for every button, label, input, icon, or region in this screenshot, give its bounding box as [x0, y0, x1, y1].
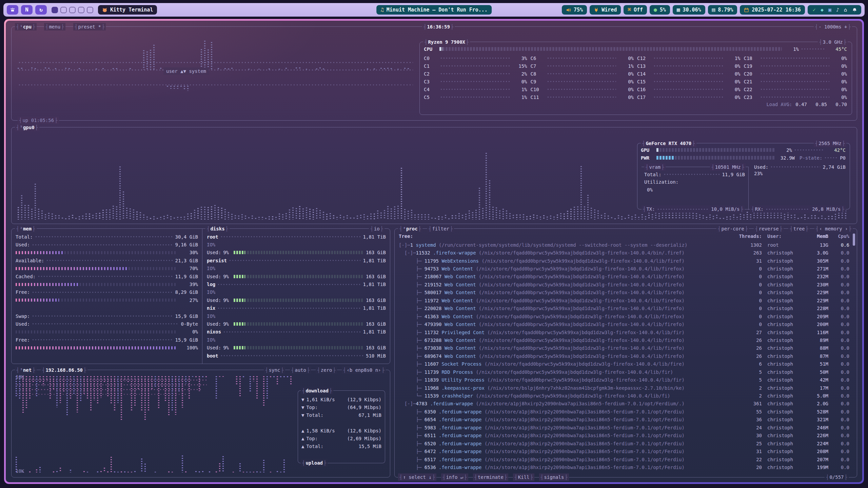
workspace-button[interactable] — [69, 7, 76, 13]
mem-meter — [16, 299, 176, 302]
proc-header-tree[interactable]: Tree: — [399, 233, 733, 239]
net-options-item-3[interactable]: ‹b enp8s0 n› — [342, 366, 386, 374]
proc-header-cpu[interactable]: Cpu% — [828, 233, 849, 239]
volume-module[interactable]: 75% — [562, 5, 587, 15]
process-row[interactable]: ├─ 220028 Web Content (/nix/store/fqadd0… — [399, 305, 849, 312]
process-name: .ferdium-wrappe — [430, 401, 476, 406]
process-row[interactable]: ├─ 218067 Web Content (/nix/store/fqadd0… — [399, 273, 849, 281]
clock-module[interactable]: 2025-07-22 16:36 — [740, 5, 805, 15]
process-row[interactable]: ├─ 41363 Web Content (/nix/store/fqadd0b… — [399, 312, 849, 320]
workspace-button[interactable] — [78, 7, 84, 13]
cpu-core-percent: 0% — [619, 79, 634, 84]
process-row[interactable]: ├─ 6511 .ferdium-wrappe (/nix/store/a1pj… — [399, 432, 849, 440]
process-memory: 232M — [801, 274, 828, 279]
process-tree-prefix: ├─ — [399, 266, 425, 271]
nix-button[interactable]: N — [21, 5, 33, 15]
process-command: ├─ 673038 Web Content (/nix/store/fqadd0… — [399, 345, 733, 351]
process-row[interactable]: ├─ 219152 Web Content (/nix/store/fqadd0… — [399, 281, 849, 288]
tray-icon-2[interactable]: ▣ — [828, 7, 831, 13]
process-row[interactable]: ├─ 11607 Socket Process (/nix/store/fqad… — [399, 360, 849, 368]
process-row[interactable]: [-]─1 systemd (/run/current-system/syste… — [399, 241, 849, 249]
process-name: Web Content — [445, 274, 479, 279]
music-pill[interactable]: ♫ Minuit Machine – Don't Run Fro... — [376, 5, 492, 15]
process-cpu: 0.0 — [828, 425, 849, 430]
process-row[interactable]: ├─ 11968 .keepassxc-prox (/nix/store/bsl… — [399, 384, 849, 392]
process-row[interactable]: ├─ 11795 WebExtensions (/nix/store/fqadd… — [399, 257, 849, 265]
proc-options-item-0[interactable]: per-core — [716, 225, 749, 232]
process-tree-prefix: ├─ — [399, 441, 425, 446]
network-module[interactable]: Wired — [590, 5, 621, 15]
process-row[interactable]: ├─ 689674 Web Content (/nix/store/fqadd0… — [399, 352, 849, 360]
bell-icon[interactable] — [852, 7, 857, 13]
process-row[interactable]: ├─ 6520 .ferdium-wrappe (/nix/store/a1pj… — [399, 440, 849, 447]
process-threads: 5 — [733, 369, 762, 375]
process-row[interactable]: ├─ 6350 .ferdium-wrappe (/nix/store/a1pj… — [399, 408, 849, 415]
process-tree-prefix: ├─ — [399, 338, 425, 343]
process-row[interactable]: ├─ 673038 Web Content (/nix/store/fqadd0… — [399, 344, 849, 352]
launcher-button[interactable] — [7, 5, 18, 15]
process-row[interactable]: ├─ 6517 .ferdium-wrappe (/nix/store/a1pj… — [399, 455, 849, 463]
preset-button[interactable]: preset * — [73, 23, 106, 30]
proc-footer-item-0[interactable]: ↑ select ↓ — [398, 473, 436, 481]
process-tree-prefix: ├─ — [399, 409, 425, 414]
reload-button[interactable]: ↻ — [35, 5, 47, 15]
process-name: Web Content — [445, 306, 479, 311]
window-title-pill[interactable]: Kitty Terminal — [98, 5, 157, 15]
workspace-button[interactable] — [52, 7, 58, 13]
proc-header-threads[interactable]: Threads: — [733, 233, 762, 239]
proc-footer-item-4[interactable]: signals — [539, 473, 569, 481]
cpu-core-name: C4 — [424, 87, 438, 92]
disk-module[interactable]: ▤8.79% — [708, 5, 737, 15]
proc-options-item-1[interactable]: reverse — [754, 225, 784, 232]
proc-header-user[interactable]: User: — [762, 233, 801, 239]
workspace-button[interactable] — [87, 7, 93, 13]
proc-options-item-2[interactable]: tree — [788, 225, 810, 232]
menu-button[interactable]: menu — [44, 23, 65, 30]
process-row[interactable]: ├─ 11972 Web Content (/nix/store/fqadd0b… — [399, 297, 849, 304]
process-row[interactable]: └─ 11539 crashhelper (/nix/store/fqadd0b… — [399, 392, 849, 400]
process-row[interactable]: ├─ 6654 .ferdium-wrappe (/nix/store/a1pj… — [399, 416, 849, 424]
cpu-module[interactable]: ●5% — [650, 5, 670, 15]
interval-control[interactable]: - 1000ms + — [814, 23, 852, 30]
process-row[interactable]: ├─ 580017 Web Content (/nix/store/fqadd0… — [399, 289, 849, 297]
disks-io-toggle[interactable]: io — [369, 225, 384, 232]
tray-icon-1[interactable]: ◆ — [821, 7, 824, 13]
process-row[interactable]: [-]─11532 .firefox-wrappe (/nix/store/fq… — [399, 249, 849, 257]
workspace-button[interactable] — [60, 7, 67, 13]
process-tree-prefix: [-]─ — [399, 401, 416, 406]
net-options-item-1[interactable]: auto — [290, 366, 311, 374]
memory-module[interactable]: ▦30.06% — [673, 5, 705, 15]
vram-total-value: 11,9 GiB — [722, 172, 745, 177]
process-row[interactable]: ├─ 673288 Web Content (/nix/store/fqadd0… — [399, 336, 849, 344]
process-row[interactable]: ├─ 94753 Web Content (/nix/store/fqadd0b… — [399, 265, 849, 272]
bluetooth-module[interactable]: ⌘Off — [624, 5, 647, 15]
process-tree-prefix: [-]─ — [399, 242, 410, 248]
process-row[interactable]: [-]─4783 .ferdium-wrappe (/nix/store/a1p… — [399, 400, 849, 408]
tray-icon-0[interactable]: ✓ — [813, 7, 816, 13]
process-row[interactable]: ├─ 11739 RDD Process (/nix/store/fqadd0b… — [399, 368, 849, 376]
tray-icon-3[interactable]: ♪ — [836, 7, 839, 13]
process-row[interactable]: ├─ 6472 .ferdium-wrappe (/nix/store/a1pj… — [399, 447, 849, 455]
process-row[interactable]: ├─ 5983 .ferdium-wrappe (/nix/store/a1pj… — [399, 424, 849, 431]
proc-footer-item-2[interactable]: terminate — [473, 473, 509, 481]
proc-footer-item-3[interactable]: Kill — [513, 473, 534, 481]
net-options-item-0[interactable]: sync — [264, 366, 285, 374]
status-modules: 75%Wired⌘Off●5%▦30.06%▤8.79%2025-07-22 1… — [562, 5, 861, 15]
process-row[interactable]: ├─ 6536 .ferdium-wrappe (/nix/store/a1pj… — [399, 463, 849, 471]
proc-scrollbar-thumb[interactable] — [853, 233, 855, 246]
tray-icon-4[interactable]: ⌂ — [844, 7, 847, 13]
process-row[interactable]: ├─ 479390 Web Content (/nix/store/fqadd0… — [399, 320, 849, 328]
proc-options-item-3[interactable]: ‹ memory › — [814, 225, 853, 232]
filter-button[interactable]: filter — [427, 225, 454, 232]
process-memory: 13G — [801, 242, 828, 248]
proc-header-mem[interactable]: MemB — [801, 233, 828, 239]
proc-footer-item-1[interactable]: info ↵ — [441, 473, 468, 481]
vram-utilization-label: Utilization: — [644, 179, 678, 185]
process-row[interactable]: ├─ 11732 Privileged Cont (/nix/store/fqa… — [399, 328, 849, 336]
process-threads: 55 — [733, 409, 762, 414]
process-memory: 226M — [801, 433, 828, 438]
process-tree-prefix: ├─ — [399, 449, 425, 454]
process-row[interactable]: ├─ 11839 Utility Process (/nix/store/fqa… — [399, 376, 849, 384]
net-options-item-2[interactable]: zero — [316, 366, 337, 374]
cpu-core: C160% — [637, 85, 741, 93]
